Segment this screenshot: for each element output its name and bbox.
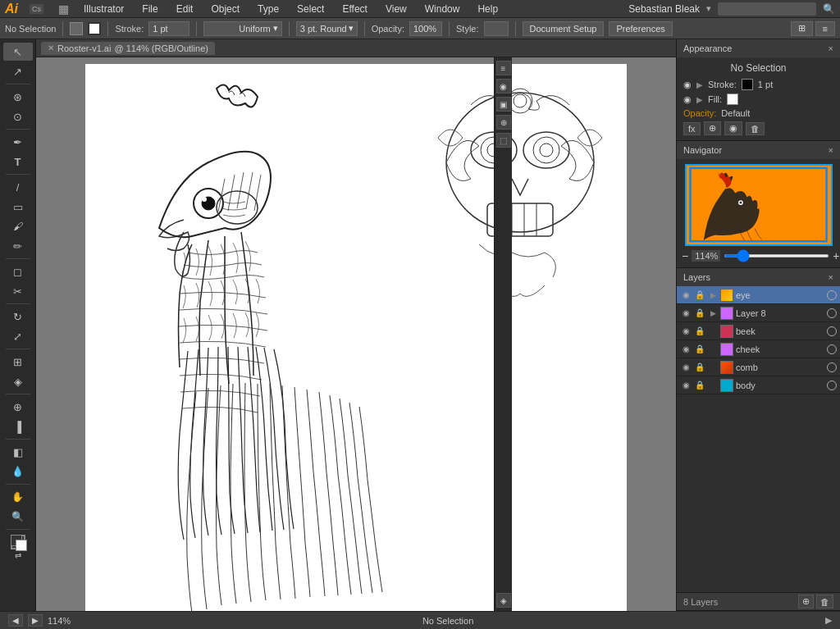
eyedropper-tool[interactable]: 💧 bbox=[3, 463, 33, 481]
appearance-close-btn[interactable]: × bbox=[829, 43, 833, 53]
layer-lock-icon-8[interactable]: 🔒 bbox=[694, 308, 705, 319]
layer-select-comb[interactable] bbox=[827, 362, 837, 372]
tab-close-btn[interactable]: ✕ bbox=[48, 43, 54, 52]
arrange-button[interactable]: ⊞ bbox=[791, 21, 813, 36]
direct-selection-tool[interactable]: ↗ bbox=[3, 62, 33, 80]
opacity-value-box[interactable]: 100% bbox=[409, 21, 442, 36]
layer-row-layer8[interactable]: ◉ 🔒 ▶ Layer 8 bbox=[677, 304, 840, 322]
layers-close-btn[interactable]: × bbox=[829, 272, 833, 282]
status-nav-prev[interactable]: ◀ bbox=[8, 614, 23, 627]
scissors-tool[interactable]: ✂ bbox=[3, 282, 33, 300]
appearance-add-btn[interactable]: fx bbox=[683, 122, 701, 135]
layer-eye-icon-eye[interactable]: ◉ bbox=[680, 289, 692, 301]
stroke-swatch[interactable] bbox=[88, 22, 101, 35]
layer-eye-icon-body[interactable]: ◉ bbox=[680, 380, 692, 391]
layer-expand-cheek[interactable]: ▶ bbox=[708, 344, 718, 354]
fill-arrow-icon[interactable]: ▶ bbox=[696, 95, 703, 104]
layer-expand-8[interactable]: ▶ bbox=[708, 308, 718, 318]
visibility-eye-stroke[interactable]: ◉ bbox=[683, 80, 692, 90]
menu-item-type[interactable]: Type bbox=[254, 2, 282, 16]
zoom-in-btn[interactable]: + bbox=[833, 249, 839, 262]
canvas-wrapper[interactable] bbox=[36, 57, 676, 611]
layer-eye-icon-beek[interactable]: ◉ bbox=[680, 326, 692, 337]
zoom-tool[interactable]: 🔍 bbox=[3, 508, 33, 526]
layer-eye-icon-comb[interactable]: ◉ bbox=[680, 362, 692, 373]
eraser-tool[interactable]: ◻ bbox=[3, 262, 33, 280]
search-input[interactable] bbox=[718, 2, 816, 16]
menu-item-select[interactable]: Select bbox=[294, 2, 327, 16]
layer-add-btn[interactable]: ⊕ bbox=[798, 595, 814, 608]
appearance-trash-btn[interactable]: 🗑 bbox=[746, 122, 765, 135]
layer-lock-icon-eye[interactable]: 🔒 bbox=[694, 289, 705, 301]
zoom-out-btn[interactable]: − bbox=[682, 249, 688, 262]
stroke-round-select[interactable]: 3 pt. Round ▾ bbox=[296, 21, 358, 36]
scale-tool[interactable]: ⤢ bbox=[3, 327, 33, 345]
selection-tool[interactable]: ↖ bbox=[3, 43, 33, 61]
menu-item-object[interactable]: Object bbox=[208, 2, 243, 16]
menu-item-help[interactable]: Help bbox=[474, 2, 501, 16]
pencil-tool[interactable]: ✏ bbox=[3, 237, 33, 255]
menu-item-illustrator[interactable]: Illustrator bbox=[80, 2, 127, 16]
navigator-close-btn[interactable]: × bbox=[829, 145, 833, 155]
zoom-slider[interactable] bbox=[724, 254, 829, 258]
magic-wand-tool[interactable]: ⊛ bbox=[3, 88, 33, 106]
navigator-thumbnail[interactable] bbox=[685, 164, 833, 246]
layer-select-eye[interactable] bbox=[827, 290, 837, 300]
stroke-color-swatch[interactable] bbox=[742, 79, 753, 90]
layer-row-cheek[interactable]: ◉ 🔒 ▶ cheek bbox=[677, 340, 840, 358]
zoom-percentage[interactable]: 114% bbox=[692, 250, 720, 262]
layer-expand-eye[interactable]: ▶ bbox=[708, 290, 718, 300]
menu-item-effect[interactable]: Effect bbox=[339, 2, 370, 16]
layer-select-body[interactable] bbox=[827, 381, 837, 390]
strip-btn-1[interactable]: ≡ bbox=[496, 61, 511, 75]
layers-header[interactable]: Layers × bbox=[677, 268, 840, 286]
symbol-tool[interactable]: ⊕ bbox=[3, 398, 33, 416]
layer-row-body[interactable]: ◉ 🔒 ▶ body bbox=[677, 376, 840, 394]
rotate-tool[interactable]: ↻ bbox=[3, 308, 33, 326]
navigator-header[interactable]: Navigator × bbox=[677, 141, 840, 159]
rect-tool[interactable]: ▭ bbox=[3, 198, 33, 216]
layer-expand-beek[interactable]: ▶ bbox=[708, 326, 718, 336]
preferences-button[interactable]: Preferences bbox=[609, 21, 672, 36]
swap-colors-btn[interactable]: ⇄ bbox=[15, 551, 21, 560]
menu-item-file[interactable]: File bbox=[139, 2, 161, 16]
stroke-value-box[interactable]: 1 pt bbox=[148, 21, 189, 36]
layer-lock-icon-comb[interactable]: 🔒 bbox=[694, 362, 705, 373]
warp-tool[interactable]: ⊞ bbox=[3, 353, 33, 371]
blend-tool[interactable]: ◈ bbox=[3, 372, 33, 390]
strip-btn-5[interactable]: ⬚ bbox=[496, 133, 511, 148]
layer-expand-comb[interactable]: ▶ bbox=[708, 362, 718, 372]
type-tool[interactable]: T bbox=[3, 153, 33, 171]
pen-tool[interactable]: ✒ bbox=[3, 133, 33, 151]
fill-color-swatch[interactable] bbox=[11, 535, 25, 549]
user-dropdown-icon[interactable]: ▾ bbox=[706, 3, 711, 14]
visibility-eye-fill[interactable]: ◉ bbox=[683, 94, 692, 105]
layer-lock-icon-body[interactable]: 🔒 bbox=[694, 380, 705, 391]
canvas-content[interactable] bbox=[85, 64, 627, 612]
style-box[interactable] bbox=[484, 21, 509, 36]
options-button[interactable]: ≡ bbox=[815, 21, 835, 36]
strip-btn-3[interactable]: ▣ bbox=[496, 97, 511, 112]
layer-row-beek[interactable]: ◉ 🔒 ▶ beek bbox=[677, 322, 840, 340]
hand-tool[interactable]: ✋ bbox=[3, 488, 33, 506]
fill-swatch[interactable] bbox=[70, 22, 83, 35]
doc-setup-button[interactable]: Document Setup bbox=[523, 21, 605, 36]
strip-btn-4[interactable]: ⊕ bbox=[496, 115, 511, 130]
fill-color-swatch[interactable] bbox=[727, 93, 738, 105]
strip-btn-2[interactable]: ◉ bbox=[496, 79, 511, 93]
layer-trash-btn[interactable]: 🗑 bbox=[816, 595, 833, 608]
layer-row-eye[interactable]: ◉ 🔒 ▶ eye bbox=[677, 286, 840, 304]
gradient-tool[interactable]: ◧ bbox=[3, 443, 33, 461]
chart-tool[interactable]: ▐ bbox=[3, 417, 33, 435]
menu-item-window[interactable]: Window bbox=[422, 2, 463, 16]
layer-lock-icon-beek[interactable]: 🔒 bbox=[694, 326, 705, 337]
status-nav-next[interactable]: ▶ bbox=[28, 614, 43, 627]
layer-lock-icon-cheek[interactable]: 🔒 bbox=[694, 344, 705, 355]
strip-btn-6[interactable]: ◈ bbox=[496, 593, 511, 608]
panel-widget-btn[interactable]: ▦ bbox=[58, 2, 69, 16]
canvas-area[interactable]: ✕ Rooster-v1.ai @ 114% (RGB/Outline) bbox=[36, 39, 676, 611]
menu-item-view[interactable]: View bbox=[382, 2, 410, 16]
stroke-arrow-icon[interactable]: ▶ bbox=[696, 80, 703, 89]
layer-eye-icon-cheek[interactable]: ◉ bbox=[680, 344, 692, 355]
appearance-header[interactable]: Appearance × bbox=[677, 39, 840, 57]
